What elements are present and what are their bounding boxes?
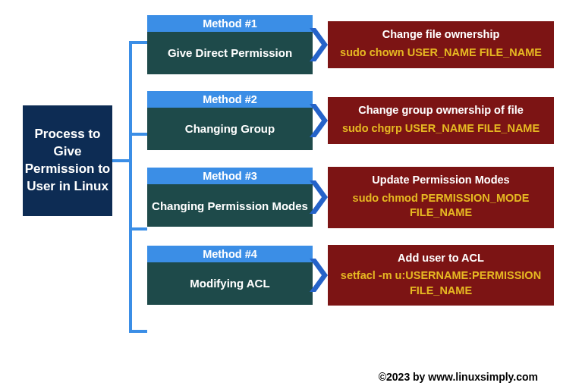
diagram-container: Process to Give Permission to User in Li… xyxy=(23,15,559,306)
method-box-2: Method #2 Changing Group xyxy=(147,91,313,150)
method-box-3: Method #3 Changing Permission Modes xyxy=(147,168,313,227)
method-header-3: Method #3 xyxy=(147,168,313,184)
branches-column: Method #1 Give Direct Permission Change … xyxy=(147,15,554,306)
chevron-right-icon xyxy=(308,27,329,63)
method-box-4: Method #4 Modifying ACL xyxy=(147,246,313,305)
connector-b1 xyxy=(129,41,147,44)
method-header-2: Method #2 xyxy=(147,91,313,108)
connector-b2 xyxy=(129,133,147,136)
chevron-right-icon xyxy=(308,102,329,139)
method-box-1: Method #1 Give Direct Permission xyxy=(147,15,313,74)
method-header-1: Method #1 xyxy=(147,15,313,32)
connector-b4 xyxy=(129,330,147,333)
result-cmd-3: sudo chmod PERMISSION_MODE FILE_NAME xyxy=(334,191,548,221)
connector-root-h xyxy=(112,159,129,162)
branch-4: Method #4 Modifying ACL Add user to ACL … xyxy=(147,245,554,306)
result-box-4: Add user to ACL setfacl -m u:USERNAME:PE… xyxy=(328,245,554,306)
branch-1: Method #1 Give Direct Permission Change … xyxy=(147,15,554,74)
connector-b3 xyxy=(129,227,147,230)
root-box: Process to Give Permission to User in Li… xyxy=(23,105,112,216)
result-title-1: Change file ownership xyxy=(334,27,548,42)
branch-3: Method #3 Changing Permission Modes Upda… xyxy=(147,167,554,228)
result-title-4: Add user to ACL xyxy=(334,251,548,266)
result-box-1: Change file ownership sudo chown USER_NA… xyxy=(328,21,554,67)
chevron-right-icon xyxy=(308,179,329,215)
method-body-2: Changing Group xyxy=(147,108,313,150)
connector-vline xyxy=(129,41,132,332)
result-cmd-1: sudo chown USER_NAME FILE_NAME xyxy=(334,45,548,61)
result-title-3: Update Permission Modes xyxy=(334,173,548,188)
result-cmd-4: setfacl -m u:USERNAME:PERMISSION FILE_NA… xyxy=(334,268,548,298)
copyright-footer: ©2023 by www.linuxsimply.com xyxy=(379,371,538,383)
method-body-1: Give Direct Permission xyxy=(147,32,313,74)
chevron-right-icon xyxy=(308,257,329,293)
root-label: Process to Give Permission to User in Li… xyxy=(23,126,112,196)
branch-2: Method #2 Changing Group Change group ow… xyxy=(147,91,554,150)
result-box-2: Change group ownership of file sudo chgr… xyxy=(328,97,554,143)
result-box-3: Update Permission Modes sudo chmod PERMI… xyxy=(328,167,554,228)
result-cmd-2: sudo chgrp USER_NAME FILE_NAME xyxy=(334,121,548,136)
result-title-2: Change group ownership of file xyxy=(334,103,548,118)
method-body-3: Changing Permission Modes xyxy=(147,184,313,227)
method-body-4: Modifying ACL xyxy=(147,262,313,305)
method-header-4: Method #4 xyxy=(147,246,313,262)
